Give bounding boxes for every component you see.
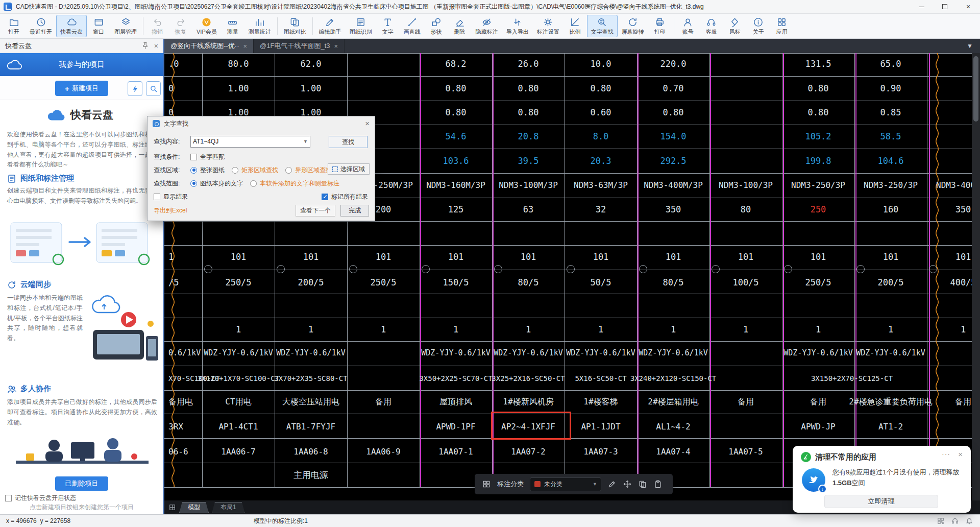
region-rect-label: 矩形区域查找 [241,166,278,175]
region-poly-radio[interactable] [285,167,292,174]
toolbar-button-layers[interactable]: 图层管理 [110,15,141,37]
toolbar-button-service[interactable]: 客服 [700,15,723,37]
find-content-combobox[interactable]: AT1~4QJ ▼ [190,136,310,148]
export-excel-button[interactable]: 导出到Excel [154,206,187,215]
remember-checkbox[interactable] [5,495,12,501]
toolbar-button-account[interactable]: 账号 [676,15,700,37]
toolbar-button-line[interactable]: 画直线 [400,15,425,37]
toolbar-button-text[interactable]: 文字 [376,15,400,37]
layout1-tab[interactable]: 布局1 [212,502,245,513]
cad-text: 备用 [955,397,971,408]
toolbar-button-shape[interactable]: 形状 [425,15,448,37]
quick-sync-button[interactable] [128,81,142,96]
search-result-highlight [491,412,571,440]
toolbar-button-measure[interactable]: 测量 [221,15,244,37]
toolbar-button-recognize[interactable]: 图纸识别 [346,15,376,37]
cad-text: NDM3-160M/3P [426,180,485,190]
toolbar-button-about[interactable]: 关于 [747,15,770,37]
doc-tab-1f-plan[interactable]: @1F电气干线平面图_t3 × [254,39,345,53]
scope-drawing-radio[interactable] [190,180,197,187]
cad-text: 400/5 [950,277,972,288]
toolbar-button-label: 打开 [8,28,19,36]
view-next-button[interactable]: 查看下一个 [296,205,335,217]
edit-annotation-icon[interactable] [607,480,617,489]
dialog-title-bar[interactable]: 文字查找 × [148,116,375,131]
minimize-button[interactable] [910,0,933,14]
project-search-button[interactable] [146,81,161,96]
clean-now-button[interactable]: 立即清理 [824,495,938,508]
toolbar-button-label: 文字查找 [591,28,614,36]
bell-icon[interactable] [966,517,973,524]
pin-icon[interactable] [141,42,149,50]
section-text: 添加项目成员并共享自己做好的标注，其他成员同步后即可查看标注。项目沟通协作从此变… [7,397,157,427]
mark-all-checkbox[interactable] [322,194,328,200]
category-dropdown[interactable]: 未分类 ▼ [530,477,601,491]
my-projects-header[interactable]: 我参与的项目 [0,53,163,76]
region-rect-radio[interactable] [232,167,238,174]
maximize-button[interactable] [933,0,957,14]
toolbar-button-io[interactable]: 导入导出 [502,15,533,37]
cad-text: 350 [955,204,971,214]
scope-added-radio[interactable] [250,180,257,187]
toolbar-button-stats[interactable]: 测量统计 [244,15,275,37]
done-button[interactable]: 完成 [340,205,369,217]
remember-state-option[interactable]: 记住快看云盘开启状态 [5,494,76,502]
scrollbar-thumb[interactable] [973,56,978,122]
scope-added-label: 本软件添加的文字和测量标注 [260,179,339,188]
doc-tab-vertical-riser[interactable]: @竖向干线系统图--优·· × [164,39,254,53]
more-options-icon[interactable]: ··· [942,450,950,458]
cad-text: 0.80 [808,83,829,93]
new-project-button[interactable]: + 新建项目 [55,81,108,96]
whole-word-checkbox[interactable] [190,154,197,160]
toolbar-button-recent[interactable]: 最近打开 [26,15,56,37]
whole-word-label: 全字匹配 [200,153,225,161]
toolbar-button-label: 比例 [570,28,581,36]
toolbar-button-cloud[interactable]: 快看云盘 [56,15,87,37]
vertical-scrollbar[interactable] [972,53,980,500]
dialog-close-icon[interactable]: × [365,119,370,128]
toolbar-button-hide[interactable]: 隐藏标注 [472,15,502,37]
cloud-drive-panel: 快看云盘 × 我参与的项目 + 新建项目 快看云盘 [0,39,164,514]
headset-icon[interactable] [951,517,959,524]
cad-text: APWD-1PF [436,422,475,432]
toolbar-button-kite[interactable]: 风标 [723,15,747,37]
toolbar-button-window[interactable]: 窗口 [87,15,110,37]
select-region-button[interactable]: 选择区域 [328,163,370,175]
toolbar-button-find[interactable]: 文字查找 [587,15,618,37]
toolbar-button-open[interactable]: 打开 [2,15,26,37]
doc-tab-close-icon[interactable]: × [334,42,338,50]
qr-code-icon[interactable] [937,517,944,524]
toolbar-button-vip[interactable]: VIP会员 [192,15,221,37]
doc-tab-close-icon[interactable]: × [243,42,248,50]
tab-list-dropdown-icon[interactable]: ▼ [967,42,973,50]
intro-title: 快看云盘 [70,108,113,122]
cad-text: 350 [666,204,681,214]
grid-line-vertical [782,53,782,487]
move-annotation-icon[interactable] [623,480,632,489]
toolbar-button-edit[interactable]: 编辑助手 [315,15,346,37]
toolbar-button-label: 恢复 [175,28,186,36]
region-whole-radio[interactable] [190,167,197,174]
toolbar-button-apps[interactable]: 应用 [770,15,794,37]
deleted-projects-button[interactable]: 已删除项目 [55,476,108,491]
cad-text: 62.0 [301,59,322,69]
category-grid-icon[interactable] [482,480,491,489]
find-button[interactable]: 查找 [329,136,368,148]
toolbar-button-rotate[interactable]: 屏幕旋转 [618,15,648,37]
notification-close-icon[interactable]: × [958,450,963,459]
toolbar-button-erase[interactable]: 删除 [448,15,472,37]
chevron-down-icon[interactable]: ▼ [303,139,308,144]
copy-annotation-icon[interactable] [638,480,647,489]
close-button[interactable]: × [957,0,980,14]
text-icon [382,17,393,28]
toolbar-button-label: 图层管理 [114,28,137,36]
toolbar-button-scale[interactable]: 比例 [564,15,587,37]
toolbar-button-settings[interactable]: 标注设置 [533,15,564,37]
toolbar-button-compare[interactable]: 图纸对比 [280,15,310,37]
toolbar-button-print[interactable]: 打印 [648,15,672,37]
paste-annotation-icon[interactable] [653,480,663,489]
sheet-grid-icon[interactable] [168,504,176,511]
show-results-checkbox[interactable] [154,194,160,200]
model-tab[interactable]: 模型 [179,502,209,513]
panel-close-icon[interactable]: × [154,42,158,50]
